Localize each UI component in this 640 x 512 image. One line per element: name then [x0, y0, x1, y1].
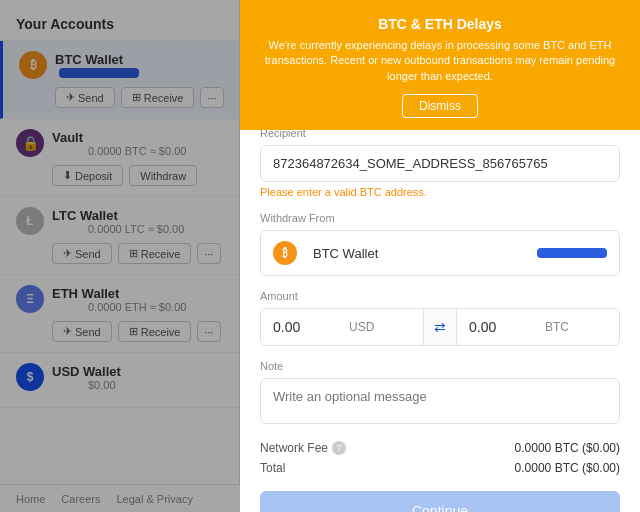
recipient-input[interactable]: [260, 145, 620, 182]
amount-row: USD ⇄ BTC: [260, 308, 620, 346]
withdraw-from-box[interactable]: ₿ BTC Wallet: [260, 230, 620, 276]
recipient-error: Please enter a valid BTC address.: [260, 186, 620, 198]
withdraw-balance-redacted: [537, 248, 607, 258]
amount-section: Amount USD ⇄ BTC: [260, 290, 620, 346]
note-label: Note: [260, 360, 620, 372]
note-textarea[interactable]: [260, 378, 620, 424]
withdraw-btc-icon: ₿: [273, 241, 297, 265]
btc-currency-label: BTC: [545, 320, 569, 334]
swap-icon[interactable]: ⇄: [423, 309, 457, 345]
amount-usd-group: USD: [261, 311, 423, 343]
notification-banner: BTC & ETH Delays We're currently experie…: [240, 0, 640, 130]
network-fee-label: Network Fee ?: [260, 441, 346, 455]
total-label: Total: [260, 461, 285, 475]
network-fee-row: Network Fee ? 0.0000 BTC ($0.00): [260, 441, 620, 455]
notification-title: BTC & ETH Delays: [260, 16, 620, 32]
withdraw-from-label: Withdraw From: [260, 212, 620, 224]
withdraw-from-left: ₿ BTC Wallet: [273, 241, 378, 265]
amount-btc-group: BTC: [457, 311, 619, 343]
dismiss-button[interactable]: Dismiss: [402, 94, 478, 118]
withdraw-wallet-name: BTC Wallet: [313, 246, 378, 261]
usd-currency-label: USD: [349, 320, 374, 334]
note-section: Note: [260, 360, 620, 427]
send-form-panel: Recipient Please enter a valid BTC addre…: [240, 110, 640, 512]
recipient-section: Recipient Please enter a valid BTC addre…: [260, 127, 620, 198]
amount-btc-input[interactable]: [469, 319, 539, 335]
continue-button[interactable]: Continue: [260, 491, 620, 512]
total-row: Total 0.0000 BTC ($0.00): [260, 461, 620, 475]
amount-usd-input[interactable]: [273, 319, 343, 335]
withdraw-from-section: Withdraw From ₿ BTC Wallet: [260, 212, 620, 276]
withdraw-redacted: [533, 248, 607, 258]
amount-label: Amount: [260, 290, 620, 302]
total-value: 0.0000 BTC ($0.00): [515, 461, 620, 475]
notification-body: We're currently experiencing delays in p…: [260, 38, 620, 84]
network-fee-help-icon[interactable]: ?: [332, 441, 346, 455]
network-fee-value: 0.0000 BTC ($0.00): [515, 441, 620, 455]
